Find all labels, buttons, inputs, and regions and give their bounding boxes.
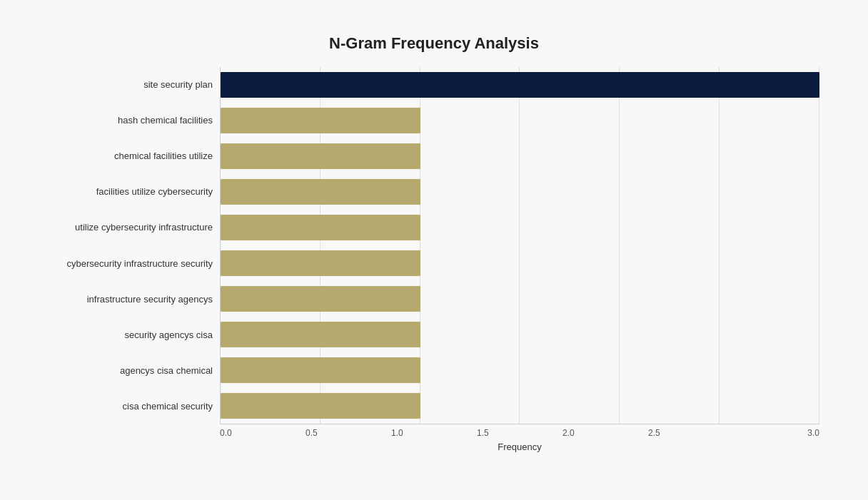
x-axis: 0.00.51.01.52.02.53.0 (220, 424, 819, 438)
x-tick: 2.0 (562, 428, 648, 438)
x-tick: 1.5 (477, 428, 562, 438)
x-axis-label: Frequency (220, 442, 819, 452)
bar-row (221, 103, 819, 138)
chart-inner: site security planhash chemical faciliti… (49, 67, 819, 424)
bar-row (221, 245, 819, 281)
x-tick: 1.0 (391, 428, 477, 438)
bar (221, 286, 420, 312)
y-label: utilize cybersecurity infrastructure (49, 210, 213, 245)
x-tick: 0.5 (306, 428, 391, 438)
bars-rows (221, 67, 819, 424)
y-labels: site security planhash chemical faciliti… (49, 67, 220, 424)
bar-row (221, 317, 819, 352)
x-tick: 0.0 (220, 428, 306, 438)
y-label: infrastructure security agencys (49, 281, 213, 317)
bar-row (221, 67, 819, 103)
y-label: chemical facilities utilize (49, 138, 213, 174)
bars-area (220, 67, 819, 424)
chart-container: N-Gram Frequency Analysis site security … (41, 20, 827, 481)
y-label: cisa chemical security (49, 388, 213, 424)
x-tick: 3.0 (734, 428, 819, 438)
bar (221, 72, 819, 98)
y-label: agencys cisa chemical (49, 352, 213, 388)
bar-row (221, 210, 819, 245)
bar-row (221, 352, 819, 388)
bar (221, 179, 420, 205)
bar-row (221, 174, 819, 210)
chart-title: N-Gram Frequency Analysis (49, 34, 819, 53)
bar (221, 215, 420, 240)
bar-row (221, 281, 819, 317)
bar (221, 393, 420, 419)
bar (221, 143, 420, 169)
y-label: cybersecurity infrastructure security (49, 245, 213, 281)
chart-area: site security planhash chemical faciliti… (49, 67, 819, 452)
y-label: site security plan (49, 67, 213, 103)
y-label: security agencys cisa (49, 317, 213, 352)
bar-row (221, 138, 819, 174)
x-tick: 2.5 (648, 428, 734, 438)
bar (221, 322, 420, 347)
bar (221, 357, 420, 383)
y-label: hash chemical facilities (49, 103, 213, 138)
bar-row (221, 388, 819, 424)
y-label: facilities utilize cybersecurity (49, 174, 213, 210)
bar (221, 108, 420, 133)
bar (221, 250, 420, 276)
